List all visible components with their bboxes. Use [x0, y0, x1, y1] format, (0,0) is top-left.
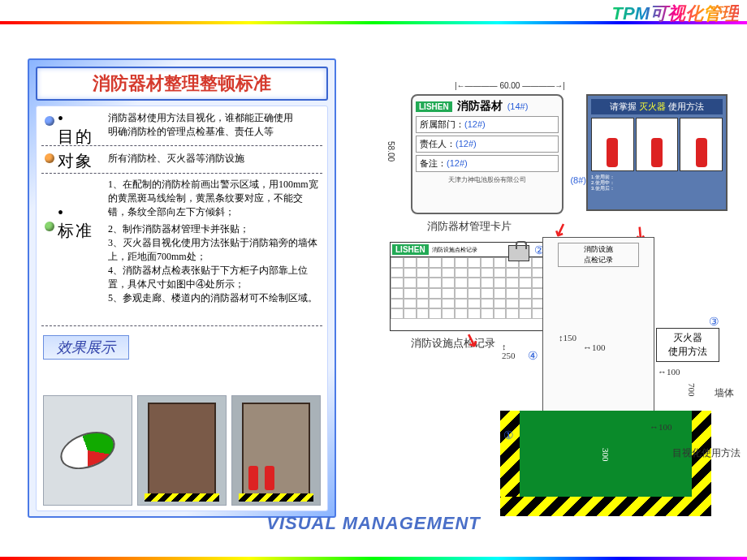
usage-step-3 — [680, 118, 723, 171]
dim-height: 58.00 — [386, 141, 395, 162]
photo-cabinet-2 — [231, 395, 321, 506]
left-body: • 目的 消防器材使用方法目视化，谁都能正确使用 明确消防栓的管理点检基准、责任… — [36, 106, 328, 511]
dim-700: 700 — [687, 383, 697, 397]
usage-footnote: 1.使用前： 2.使用中： 3.使用后： — [591, 174, 723, 192]
extinguisher-icon — [265, 466, 274, 490]
footer-text: VISUAL MANAGEMENT — [266, 513, 481, 534]
hazard-right — [692, 411, 711, 516]
mgmt-card-footer: 天津力神电池股份有限公司 (8#) — [416, 175, 559, 184]
dim-150: ↕150 — [559, 333, 576, 342]
circle-1: ① — [503, 429, 514, 442]
circle-4: ④ — [528, 349, 538, 362]
mgmt-row-dept: 所属部门：(12#) — [416, 116, 559, 133]
dim-100b: ↔100 — [658, 367, 680, 377]
dim-250: ↕ 250 — [502, 342, 516, 360]
mgmt-card: LISHEN 消防器材 (14#) 所属部门：(12#) 责任人：(12#) 备… — [411, 94, 563, 214]
bullet-dot — [45, 116, 54, 126]
mgmt-card-title: 消防器材 — [457, 99, 503, 114]
divider — [41, 145, 322, 146]
left-title-bar: 消防器材整理整顿标准 — [36, 67, 328, 101]
extinguisher-icon — [248, 466, 258, 490]
photo-cabinet-1 — [137, 395, 227, 506]
hazard-bottom — [500, 497, 711, 516]
gallery-photos — [43, 395, 321, 506]
label-visual-method: 目视化使用方法 — [672, 446, 741, 460]
target-text: 所有消防栓、灭火器等消防设施 — [108, 152, 321, 166]
dim-100c: ↔100 — [650, 422, 672, 432]
dim-width: |←———— 60.00 ————→| — [455, 81, 565, 90]
page-title: TPM可视化管理 — [612, 2, 739, 26]
divider — [41, 173, 322, 174]
usage-step-2 — [636, 118, 679, 171]
brand-badge: LISHEN — [416, 101, 452, 112]
divider — [41, 325, 322, 326]
extinguisher-icon — [696, 138, 707, 167]
usage-steps — [591, 118, 723, 171]
hazard-stripe — [145, 493, 219, 502]
bottom-rainbow-strip — [0, 557, 747, 560]
usage-card-title: 请掌握 灭火器 使用方法 — [591, 99, 723, 114]
standard-item-4: 4、消防器材点检表张贴于下方柜子内部靠上位置，具体尺寸如图中④处所示； — [108, 264, 321, 291]
circle-3: ③ — [709, 315, 719, 328]
gallery-header: 效果展示 — [43, 335, 129, 360]
gauge-icon — [55, 424, 120, 476]
usage-step-1 — [591, 118, 634, 171]
right-diagram-area: |←———— 60.00 ————→| 58.00 LISHEN 消防器材 (1… — [357, 58, 739, 542]
standard-item-5: 5、参观走廊、楼道内的消防器材可不绘制区域。 — [108, 291, 321, 305]
check-table-grid — [391, 257, 545, 319]
clipboard-icon — [508, 245, 529, 261]
section-label-standard: • 标准 — [58, 204, 93, 239]
dim-100: ↔100 — [583, 342, 606, 352]
hazard-stripe — [239, 493, 313, 502]
mgmt-row-person: 责任人：(12#) — [416, 136, 559, 153]
standard-item-2: 2、制作消防器材管理卡并张贴； — [108, 222, 321, 236]
tag-14: (14#) — [507, 101, 529, 111]
mgmt-card-caption: 消防器材管理卡片 — [427, 219, 512, 234]
mgmt-row-note: 备注：(12#) — [416, 155, 559, 172]
check-record-small-label: 消防设施 点检记录 — [558, 243, 639, 267]
standard-item-1: 1、在配制的消防栓前画出警示区域，用100mm宽的黄黑斑马线绘制，黄黑条纹要对应… — [108, 178, 321, 218]
cabinet-shape — [148, 403, 216, 498]
dim-300: 300 — [601, 448, 611, 462]
purpose-text: 消防器材使用方法目视化，谁都能正确使用 明确消防栓的管理点检基准、责任人等 — [108, 111, 321, 139]
label-wall: 墙体 — [715, 386, 734, 400]
check-table-caption: 消防设施点检记录 — [411, 336, 495, 351]
left-title: 消防器材整理整顿标准 — [93, 73, 271, 93]
bullet-dot — [45, 222, 54, 231]
bullet-dot — [45, 153, 54, 163]
photo-gauge — [43, 395, 132, 506]
ext-use-box: 灭火器 使用方法 — [656, 328, 719, 362]
left-standard-card: 消防器材整理整顿标准 • 目的 消防器材使用方法目视化，谁都能正确使用 明确消防… — [28, 58, 336, 518]
usage-card: 请掌握 灭火器 使用方法 1.使用前： 2.使用中： 3.使用后： — [586, 94, 728, 211]
mgmt-card-header: LISHEN 消防器材 (14#) — [416, 99, 559, 114]
gallery-header-wrap: 效果展示 — [43, 335, 129, 360]
extinguisher-icon — [607, 138, 618, 167]
section-label-target: 对象 — [58, 152, 93, 170]
standard-item-3: 3、灭火器目视化使用方法张贴于消防箱旁的墙体上，距地面700mm处； — [108, 236, 321, 264]
extinguisher-icon — [651, 138, 663, 167]
section-label-purpose: • 目的 — [58, 110, 93, 145]
